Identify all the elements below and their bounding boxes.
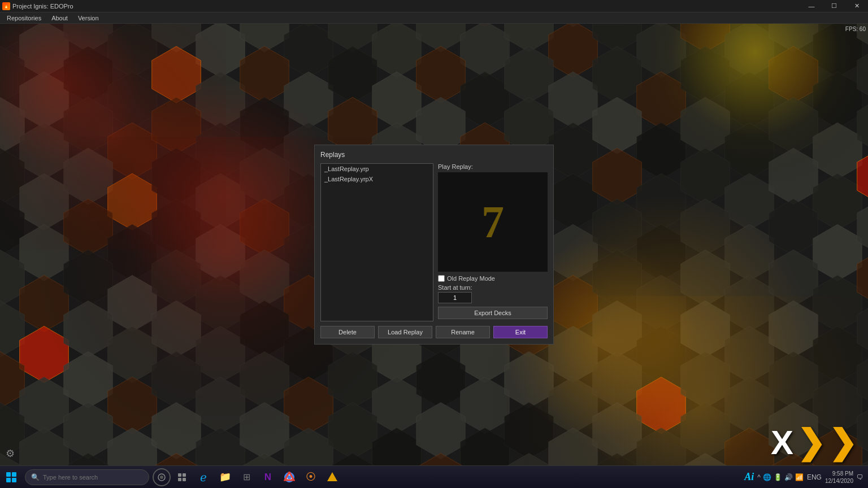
- menu-bar: Repositories About Version: [0, 12, 868, 24]
- search-input[interactable]: [43, 474, 143, 481]
- xp-chevron2: ❯: [828, 426, 857, 460]
- right-panel: Play Replay: 7 Old Replay Mode Start at …: [438, 163, 548, 321]
- tray-network-icon[interactable]: 🌐: [763, 473, 771, 481]
- preview-area: 7: [438, 172, 548, 272]
- clock: 9:58 PM 12/14/2020: [825, 470, 853, 485]
- tray-volume-icon[interactable]: 🔊: [784, 473, 793, 481]
- xp-logo: X ❯ ❯: [771, 426, 857, 460]
- minimize-button[interactable]: —: [800, 0, 823, 12]
- fps-counter: FPS: 60: [845, 26, 866, 32]
- bottom-buttons: Delete Load Replay Rename Exit: [320, 326, 548, 338]
- search-icon: 🔍: [31, 473, 40, 481]
- menu-about[interactable]: About: [47, 14, 72, 23]
- task-view-icon: [177, 473, 186, 482]
- clock-time: 9:58 PM: [825, 470, 853, 477]
- edge-taskbar-icon[interactable]: ℯ: [193, 467, 214, 487]
- cortana-button[interactable]: [153, 468, 171, 486]
- title-bar-left: 🔥 Project Ignis: EDOPro: [0, 2, 73, 10]
- gear-icon[interactable]: ⚙: [6, 447, 15, 460]
- xp-chevron: ❯: [797, 426, 825, 460]
- app-icon: 🔥: [2, 2, 10, 10]
- chrome-taskbar-icon[interactable]: [279, 467, 300, 487]
- chrome-icon: [284, 472, 295, 483]
- tray-battery-icon[interactable]: 🔋: [774, 473, 782, 481]
- search-box[interactable]: 🔍: [25, 469, 149, 485]
- svg-rect-2: [178, 473, 181, 477]
- start-button[interactable]: [0, 466, 23, 489]
- file-item-2[interactable]: _LastReplay.yrpX: [321, 174, 433, 184]
- background: FPS: 60 ⚙ X ❯ ❯ Replays _LastReplay.yrp …: [0, 24, 868, 465]
- svg-marker-9: [327, 472, 337, 481]
- svg-rect-3: [183, 473, 186, 477]
- language-indicator: ENG: [807, 473, 822, 481]
- load-replay-button[interactable]: Load Replay: [378, 326, 432, 338]
- export-decks-button[interactable]: Export Decks: [438, 307, 548, 319]
- file-explorer-taskbar-icon[interactable]: 📁: [215, 467, 235, 487]
- onenote-taskbar-icon[interactable]: N: [258, 467, 278, 487]
- xp-x-text: X: [771, 426, 793, 460]
- start-at-turn-input[interactable]: [438, 292, 472, 303]
- delete-button[interactable]: Delete: [320, 326, 375, 338]
- close-button[interactable]: ✕: [845, 0, 868, 12]
- task-view-button[interactable]: [172, 467, 192, 487]
- maximize-button[interactable]: ☐: [823, 0, 845, 12]
- dialog-content: _LastReplay.yrp _LastReplay.yrpX Play Re…: [320, 163, 548, 321]
- taskbar-center: ℯ 📁 ⊞ N ⦿: [151, 467, 342, 487]
- replays-dialog: Replays _LastReplay.yrp _LastReplay.yrpX…: [314, 145, 554, 345]
- system-tray: ^ 🌐 🔋 🔊 📶: [757, 473, 804, 481]
- svg-rect-5: [183, 478, 186, 481]
- old-replay-mode-row: Old Replay Mode: [438, 275, 548, 282]
- tray-wifi-icon[interactable]: 📶: [795, 473, 804, 481]
- windows-icon: [6, 472, 16, 482]
- window-title: Project Ignis: EDOPro: [12, 3, 73, 10]
- rename-button[interactable]: Rename: [436, 326, 490, 338]
- gear-symbol: ⚙: [6, 448, 15, 459]
- old-replay-checkbox[interactable]: [438, 275, 445, 282]
- menu-repositories[interactable]: Repositories: [2, 14, 46, 23]
- media-taskbar-icon[interactable]: ⦿: [301, 467, 321, 487]
- clock-date: 12/14/2020: [825, 477, 853, 485]
- notification-icon[interactable]: 🗨: [857, 473, 863, 481]
- tray-chevron-icon[interactable]: ^: [757, 473, 761, 481]
- file-item-1[interactable]: _LastReplay.yrp: [321, 164, 433, 174]
- ai-label: Ai: [744, 471, 754, 483]
- preview-number: 7: [481, 197, 504, 248]
- game-taskbar-icon[interactable]: [322, 467, 342, 487]
- dialog-title: Replays: [320, 151, 548, 159]
- title-bar-controls: — ☐ ✕: [800, 0, 868, 12]
- svg-rect-4: [178, 478, 181, 481]
- exit-button[interactable]: Exit: [493, 326, 548, 338]
- play-replay-label: Play Replay:: [438, 163, 548, 170]
- title-bar: 🔥 Project Ignis: EDOPro — ☐ ✕: [0, 0, 868, 12]
- svg-point-1: [160, 476, 163, 479]
- game-icon: [326, 471, 338, 483]
- taskbar-right: Ai ^ 🌐 🔋 🔊 📶 ENG 9:58 PM 12/14/2020 🗨: [744, 470, 868, 485]
- old-replay-label: Old Replay Mode: [447, 275, 495, 282]
- dialog-inner: Replays _LastReplay.yrp _LastReplay.yrpX…: [315, 145, 553, 344]
- menu-version[interactable]: Version: [73, 14, 103, 23]
- app-grid-taskbar-icon[interactable]: ⊞: [236, 467, 257, 487]
- taskbar: 🔍 ℯ 📁 ⊞ N: [0, 465, 868, 488]
- cortana-icon: [157, 473, 166, 482]
- start-at-turn-label: Start at turn:: [438, 284, 548, 291]
- file-list-panel[interactable]: _LastReplay.yrp _LastReplay.yrpX: [320, 163, 433, 321]
